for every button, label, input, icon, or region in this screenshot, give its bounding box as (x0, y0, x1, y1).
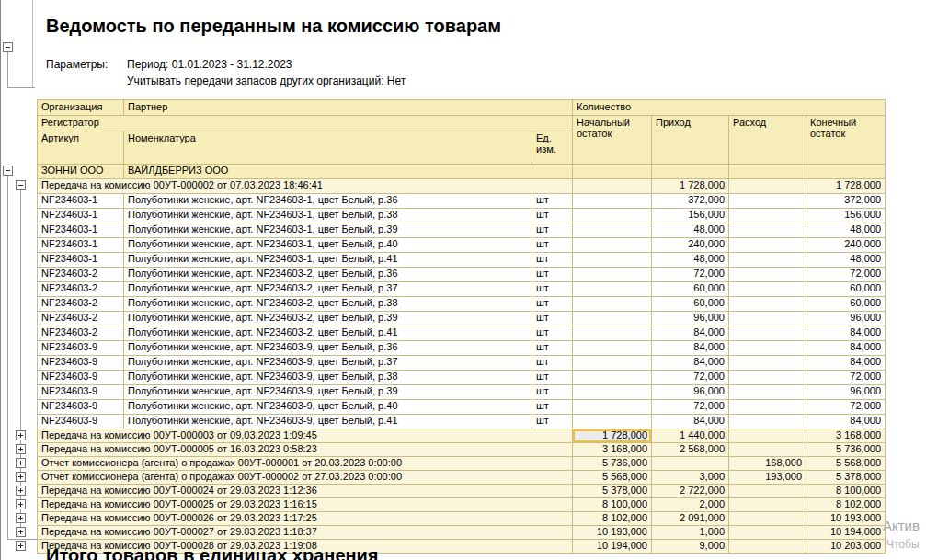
cell-end-balance[interactable]: 1 728,000 (806, 179, 886, 194)
cell-article[interactable]: NF234603-2 (38, 282, 124, 297)
cell-expense[interactable] (729, 194, 806, 209)
cell-income[interactable]: 372,000 (652, 194, 729, 209)
cell-expense[interactable] (729, 385, 806, 400)
cell-begin-balance[interactable] (573, 356, 652, 371)
cell-end-balance[interactable]: 84,000 (806, 356, 886, 371)
cell-income[interactable]: 9,000 (652, 540, 729, 554)
cell-income[interactable]: 2 568,000 (652, 443, 729, 457)
cell-income[interactable]: 2,000 (652, 498, 729, 512)
cell-end-balance[interactable]: 72,000 (806, 400, 886, 415)
cell-expense[interactable] (729, 400, 806, 415)
header-registrar[interactable]: Регистратор (38, 116, 573, 131)
cell-expense[interactable] (729, 282, 806, 297)
cell-income[interactable]: 84,000 (652, 341, 729, 356)
cell-article[interactable]: NF234603-2 (38, 297, 124, 312)
header-article[interactable]: Артикул (38, 131, 124, 165)
cell-nomenclature[interactable]: Полуботинки женские, арт. NF234603-1, цв… (124, 223, 532, 238)
cell-expense[interactable] (729, 268, 806, 282)
cell-end-balance[interactable]: 96,000 (806, 312, 886, 326)
cell-begin-balance[interactable]: 5 568,000 (573, 471, 652, 485)
cell-begin-balance[interactable] (573, 341, 652, 356)
cell-article[interactable]: NF234603-9 (38, 371, 124, 385)
cell-expense[interactable] (729, 297, 806, 312)
cell-end-balance[interactable]: 10 193,000 (806, 512, 886, 526)
cell-nomenclature[interactable]: Полуботинки женские, арт. NF234603-2, цв… (124, 312, 532, 326)
cell-income[interactable]: 84,000 (652, 356, 729, 371)
cell-end-balance[interactable]: 72,000 (806, 371, 886, 385)
cell-nomenclature[interactable]: Полуботинки женские, арт. NF234603-2, цв… (124, 297, 532, 312)
cell-unit[interactable]: шт (532, 400, 573, 415)
cell-income[interactable]: 60,000 (652, 282, 729, 297)
cell-unit[interactable]: шт (532, 282, 573, 297)
cell-income[interactable]: 60,000 (652, 297, 729, 312)
cell-end-balance[interactable]: 72,000 (806, 268, 886, 282)
cell-document-label[interactable]: Отчет комиссионера (агента) о продажах 0… (38, 457, 573, 471)
header-unit[interactable]: Ед. изм. (532, 131, 573, 165)
cell-expense[interactable] (729, 429, 806, 443)
expand-icon[interactable] (16, 486, 26, 496)
cell-begin-balance[interactable] (573, 371, 652, 385)
cell-income[interactable]: 48,000 (652, 253, 729, 268)
cell-income[interactable]: 72,000 (652, 268, 729, 282)
cell-unit[interactable]: шт (532, 371, 573, 385)
cell-nomenclature[interactable]: Полуботинки женские, арт. NF234603-1, цв… (124, 253, 532, 268)
cell-article[interactable]: NF234603-1 (38, 209, 124, 223)
cell-expense[interactable] (729, 326, 806, 341)
header-partner[interactable]: Партнер (124, 100, 573, 116)
cell-begin-balance[interactable] (573, 312, 652, 326)
cell-nomenclature[interactable]: Полуботинки женские, арт. NF234603-2, цв… (124, 268, 532, 282)
cell-begin-balance[interactable] (573, 179, 652, 194)
cell-unit[interactable]: шт (532, 415, 573, 429)
cell-end-balance[interactable]: 156,000 (806, 209, 886, 223)
header-expense[interactable]: Расход (729, 116, 806, 165)
cell-begin-balance[interactable]: 10 194,000 (573, 540, 652, 554)
cell-expense[interactable] (729, 223, 806, 238)
cell-begin-balance[interactable] (573, 209, 652, 223)
expand-icon[interactable] (16, 444, 26, 454)
cell-document-label[interactable]: Передача на комиссию 00УТ-000027 от 29.0… (38, 526, 573, 540)
cell-nomenclature[interactable]: Полуботинки женские, арт. NF234603-2, цв… (124, 282, 532, 297)
cell-begin-balance[interactable]: 8 102,000 (573, 512, 652, 526)
cell-document-label[interactable]: Передача на комиссию 00УТ-000026 от 29.0… (38, 512, 573, 526)
expand-icon[interactable] (16, 499, 26, 509)
cell-expense[interactable] (729, 526, 806, 540)
cell-unit[interactable]: шт (532, 238, 573, 253)
cell-end-balance[interactable]: 84,000 (806, 341, 886, 356)
cell-article[interactable]: NF234603-2 (38, 268, 124, 282)
cell-nomenclature[interactable]: Полуботинки женские, арт. NF234603-1, цв… (124, 194, 532, 209)
cell-end-balance[interactable]: 5 378,000 (806, 471, 886, 485)
cell-income[interactable]: 2 722,000 (652, 485, 729, 498)
cell-end-balance[interactable]: 84,000 (806, 415, 886, 429)
cell-end-balance[interactable]: 60,000 (806, 282, 886, 297)
cell-begin-balance[interactable] (573, 282, 652, 297)
cell-begin-balance[interactable] (573, 238, 652, 253)
cell-expense[interactable] (729, 165, 806, 179)
cell-article[interactable]: NF234603-1 (38, 223, 124, 238)
cell-end-balance[interactable]: 8 102,000 (806, 498, 886, 512)
cell-income[interactable]: 72,000 (652, 371, 729, 385)
cell-expense[interactable] (729, 512, 806, 526)
cell-expense[interactable] (729, 498, 806, 512)
cell-begin-balance[interactable] (573, 223, 652, 238)
cell-unit[interactable]: шт (532, 341, 573, 356)
cell-unit[interactable]: шт (532, 209, 573, 223)
cell-income[interactable] (652, 165, 729, 179)
cell-document-label[interactable]: Передача на комиссию 00УТ-000003 от 09.0… (38, 429, 573, 443)
cell-income[interactable]: 84,000 (652, 415, 729, 429)
cell-article[interactable]: NF234603-9 (38, 385, 124, 400)
cell-begin-balance[interactable] (573, 297, 652, 312)
collapse-icon[interactable] (3, 42, 13, 52)
cell-begin-balance[interactable] (573, 385, 652, 400)
header-quantity[interactable]: Количество (573, 100, 886, 116)
cell-begin-balance[interactable]: 5 378,000 (573, 485, 652, 498)
cell-end-balance[interactable]: 48,000 (806, 223, 886, 238)
cell-begin-balance[interactable] (573, 165, 652, 179)
cell-begin-balance[interactable] (573, 194, 652, 209)
cell-begin-balance[interactable]: 10 193,000 (573, 526, 652, 540)
cell-unit[interactable]: шт (532, 253, 573, 268)
cell-income[interactable]: 96,000 (652, 385, 729, 400)
cell-begin-balance[interactable] (573, 326, 652, 341)
header-begin-balance[interactable]: Начальный остаток (573, 116, 652, 165)
cell-expense[interactable] (729, 179, 806, 194)
cell-expense[interactable] (729, 253, 806, 268)
